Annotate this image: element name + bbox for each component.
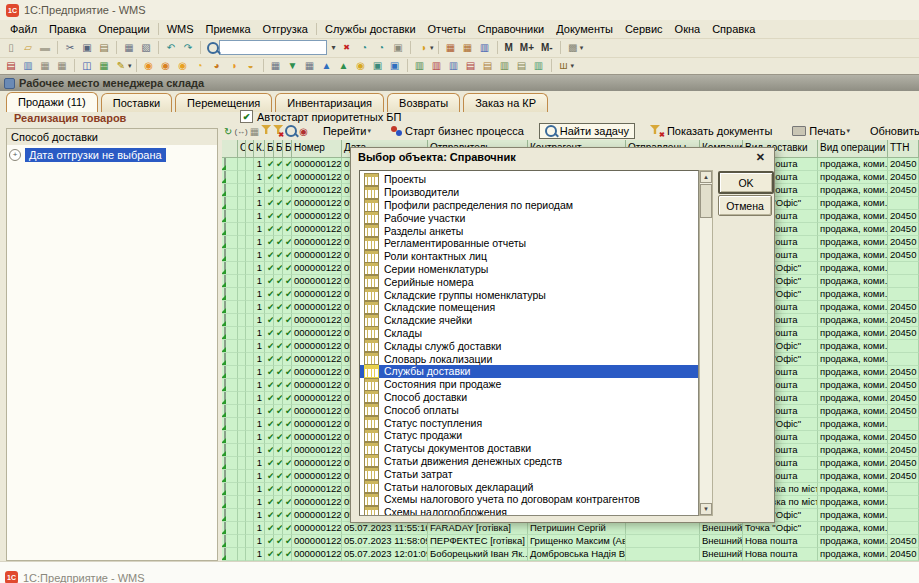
save-icon[interactable]: ▬ bbox=[37, 40, 53, 55]
back-icon[interactable]: ↶ bbox=[163, 40, 179, 55]
tab-6[interactable]: Заказ на КР bbox=[463, 93, 548, 112]
menu-item-10[interactable]: Документы bbox=[550, 22, 619, 36]
paste-icon[interactable]: ▤ bbox=[96, 40, 112, 55]
calculator-icon-dropdown[interactable]: ▾ bbox=[580, 44, 584, 52]
catalog-item-25[interactable]: Статьи налоговых деклараций bbox=[360, 480, 698, 493]
menu-item-1[interactable]: Файл bbox=[4, 22, 43, 36]
table-row[interactable]: 1✔✔✔0000001228705.07.2023 11:55:16FARADA… bbox=[222, 522, 919, 535]
start-bp-button[interactable]: Старт бизнес процесса bbox=[386, 124, 529, 138]
worker-task-7-icon[interactable]: ◒ bbox=[243, 58, 259, 73]
catalog-item-16[interactable]: Службы доставки bbox=[360, 365, 698, 378]
menu-item-2[interactable]: Правка bbox=[43, 22, 92, 36]
worker-task-4-icon[interactable]: ◔ bbox=[192, 58, 208, 73]
print-preview-icon[interactable]: ▧ bbox=[138, 40, 154, 55]
print-button[interactable]: Печать▾ bbox=[787, 124, 855, 138]
catalog-item-2[interactable]: Производители bbox=[360, 186, 698, 199]
update-ttn-button[interactable]: Обновить ТТН в УС bbox=[865, 124, 919, 138]
scroll-down-icon[interactable]: ▼ bbox=[700, 503, 712, 515]
info-icon-dropdown[interactable]: ▾ bbox=[430, 44, 434, 52]
pack2-icon[interactable]: ▣ bbox=[387, 58, 403, 73]
coins-icon[interactable]: ◉ bbox=[353, 58, 369, 73]
menu-item-5[interactable]: Приемка bbox=[200, 22, 257, 36]
calendar-month-icon[interactable]: ▦ bbox=[460, 40, 476, 55]
edit-icon[interactable]: ✎ bbox=[113, 58, 129, 73]
menu-item-6[interactable]: Отгрузка bbox=[257, 22, 314, 36]
calculator-icon[interactable]: ▩ bbox=[565, 40, 581, 55]
scroll-up-icon[interactable]: ▲ bbox=[700, 171, 712, 183]
row-16-cell-1[interactable] bbox=[222, 353, 238, 366]
catalog-scrollbar[interactable]: ▲ ▼ bbox=[699, 170, 713, 516]
filter-clear-icon[interactable]: ✖ bbox=[273, 125, 283, 137]
row-18-cell-1[interactable] bbox=[222, 379, 238, 392]
expander-icon[interactable]: + bbox=[9, 149, 21, 161]
column-header-8[interactable]: Номер bbox=[292, 140, 342, 158]
table-row[interactable]: 1✔✔✔0000001229005.07.2023 12:01:09Боборе… bbox=[222, 548, 919, 561]
print-docs-icon[interactable]: ▦ bbox=[54, 58, 70, 73]
search-clear-icon[interactable]: ✖ bbox=[340, 40, 353, 55]
worker-task-2-icon[interactable]: ◉ bbox=[158, 58, 174, 73]
cut-icon[interactable]: ✂ bbox=[62, 40, 78, 55]
tab-1[interactable]: Продажи (11) bbox=[6, 92, 98, 112]
new-document-icon[interactable]: ▯ bbox=[3, 40, 19, 55]
search-doc-icon[interactable] bbox=[285, 125, 297, 137]
calendar-icon[interactable]: ▦ bbox=[443, 40, 459, 55]
m-plus-button[interactable]: М+ bbox=[517, 42, 537, 53]
row-11-cell-1[interactable] bbox=[222, 288, 238, 301]
edit-list-icon[interactable]: ▦ bbox=[250, 124, 259, 139]
ship-print-2-icon[interactable]: ▦ bbox=[302, 58, 318, 73]
row-9-cell-1[interactable] bbox=[222, 262, 238, 275]
row-24-cell-1[interactable] bbox=[222, 457, 238, 470]
m-minus-button[interactable]: М- bbox=[538, 42, 556, 53]
menu-item-9[interactable]: Справочники bbox=[472, 22, 551, 36]
column-header-7[interactable]: Б.. bbox=[283, 140, 292, 158]
catalog-item-26[interactable]: Схемы налогового учета по договорам конт… bbox=[360, 493, 698, 506]
catalog-item-12[interactable]: Складские ячейки bbox=[360, 314, 698, 327]
doc-arrow-7-icon[interactable]: ▤ bbox=[514, 58, 530, 73]
cancel-button[interactable]: Отмена bbox=[718, 195, 772, 216]
edit-icon-dropdown[interactable]: ▾ bbox=[128, 62, 132, 70]
ship-print-1-icon[interactable]: ▦ bbox=[268, 58, 284, 73]
catalog-item-27[interactable]: Схемы налогообложения bbox=[360, 506, 698, 516]
show-docs-button[interactable]: ✖Показать документы bbox=[645, 124, 777, 138]
catalog-item-18[interactable]: Способ доставки bbox=[360, 391, 698, 404]
find-next-icon[interactable]: ◔ bbox=[356, 40, 372, 55]
doc-arrow-1-icon[interactable]: ▥ bbox=[412, 58, 428, 73]
search-input[interactable] bbox=[219, 40, 327, 55]
row-26-cell-1[interactable] bbox=[222, 483, 238, 496]
ship-doc-up2-icon[interactable]: ▲ bbox=[336, 58, 352, 73]
row-23-cell-1[interactable] bbox=[222, 444, 238, 457]
catalog-item-9[interactable]: Серийные номера bbox=[360, 275, 698, 288]
table-icon[interactable]: ▦ bbox=[96, 58, 112, 73]
print-labels-icon[interactable]: ▦ bbox=[37, 58, 53, 73]
row-2-cell-1[interactable] bbox=[222, 171, 238, 184]
tab-2[interactable]: Поставки bbox=[101, 93, 172, 112]
row-30-cell-1[interactable] bbox=[222, 535, 238, 548]
pack-icon[interactable]: ▣ bbox=[370, 58, 386, 73]
worker-task-6-icon[interactable]: ◑ bbox=[226, 58, 242, 73]
signature-icon-dropdown[interactable]: ▾ bbox=[571, 62, 575, 70]
catalog-item-10[interactable]: Складские группы номенклатуры bbox=[360, 288, 698, 301]
menu-item-4[interactable]: WMS bbox=[161, 22, 200, 36]
worker-task-3-icon[interactable]: ◉ bbox=[175, 58, 191, 73]
interval-icon[interactable]: (↔) bbox=[234, 124, 247, 139]
column-header-6[interactable]: Б.. bbox=[274, 140, 283, 158]
users-icon[interactable]: ◫ bbox=[79, 58, 95, 73]
catalog-item-4[interactable]: Рабочие участки bbox=[360, 211, 698, 224]
journal-icon[interactable]: ▤ bbox=[3, 58, 19, 73]
doc-arrow-8-icon[interactable]: ▥ bbox=[531, 58, 547, 73]
filter-settings-icon[interactable] bbox=[261, 125, 271, 137]
contacts-icon[interactable]: ▥ bbox=[477, 40, 493, 55]
doc-arrow-3-icon[interactable]: ▥ bbox=[446, 58, 462, 73]
row-7-cell-1[interactable] bbox=[222, 236, 238, 249]
tree-item-1[interactable]: +Дата отгрузки не выбрана bbox=[9, 148, 215, 162]
doc-arrow-4-icon[interactable]: ▤ bbox=[463, 58, 479, 73]
catalog-item-20[interactable]: Статус поступления bbox=[360, 416, 698, 429]
find-prev-icon[interactable]: ◔ bbox=[373, 40, 389, 55]
table-row[interactable]: 1✔✔✔0000001228905.07.2023 11:58:09ПЕРФЕК… bbox=[222, 535, 919, 548]
row-12-cell-1[interactable] bbox=[222, 301, 238, 314]
find-task-button[interactable]: Найти задачу bbox=[539, 123, 635, 139]
row-3-cell-1[interactable] bbox=[222, 184, 238, 197]
row-22-cell-1[interactable] bbox=[222, 431, 238, 444]
worker-task-1-icon[interactable]: ◉ bbox=[141, 58, 157, 73]
column-header-5[interactable]: Б.. bbox=[265, 140, 274, 158]
